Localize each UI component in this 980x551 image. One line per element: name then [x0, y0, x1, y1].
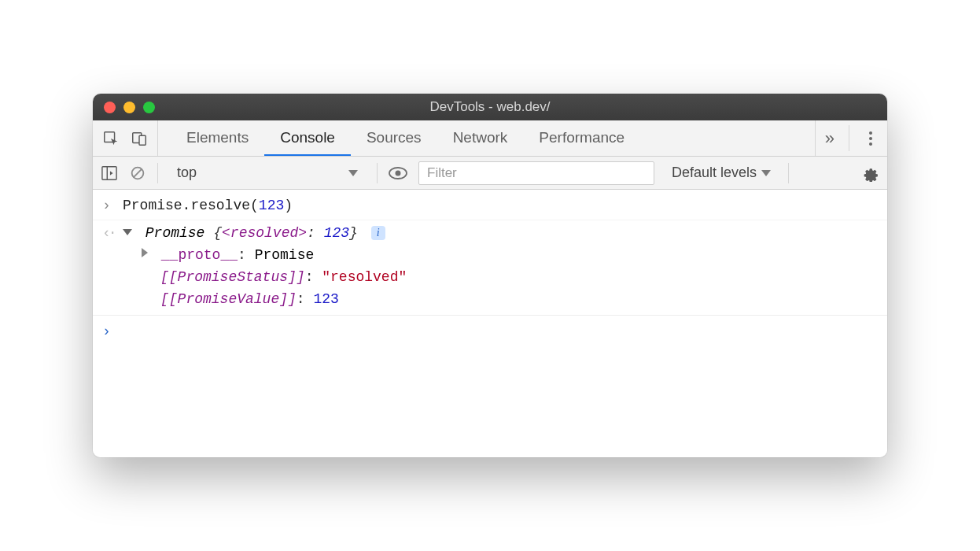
tab-console[interactable]: Console: [264, 120, 351, 156]
toolbar-separator: [788, 163, 789, 183]
object-status-label: <resolved>: [222, 225, 307, 241]
console-input-text: Promise.resolve(123): [123, 194, 878, 216]
devtools-tabbar: Elements Console Sources Network Perform…: [93, 120, 887, 157]
disclosure-triangle-down-icon[interactable]: [123, 229, 132, 235]
proto-label: __proto__: [161, 247, 238, 263]
promise-status-value: "resolved": [322, 269, 407, 285]
console-body: › Promise.resolve(123) ‹· Promise {<reso…: [93, 190, 887, 457]
tab-elements[interactable]: Elements: [171, 120, 264, 156]
inspect-toolgroup: [93, 120, 158, 156]
promise-value-value: 123: [313, 291, 338, 307]
clear-console-icon[interactable]: [129, 165, 146, 182]
window-title: DevTools - web.dev/: [93, 99, 887, 115]
svg-rect-3: [102, 166, 116, 179]
dropdown-caret-icon: [761, 170, 771, 176]
svg-line-7: [134, 168, 142, 176]
promise-value-label: [[PromiseValue]]: [160, 291, 297, 307]
execution-context-label: top: [177, 165, 197, 181]
proto-value: Promise: [255, 247, 315, 263]
console-sidebar-toggle-icon[interactable]: [101, 165, 118, 181]
promise-value-row: [[PromiseValue]]: 123: [123, 288, 878, 310]
result-prompt-icon: ‹·: [102, 222, 123, 244]
object-header[interactable]: Promise {<resolved>: 123} i: [123, 222, 878, 244]
log-levels-label: Default levels: [672, 165, 757, 181]
inspect-element-icon[interactable]: [102, 130, 120, 147]
dropdown-caret-icon: [348, 170, 358, 176]
device-toggle-icon[interactable]: [131, 130, 148, 147]
console-result-row: ‹· Promise {<resolved>: 123} i __proto__…: [93, 220, 887, 316]
minimize-window-button[interactable]: [123, 102, 135, 113]
console-result-content: Promise {<resolved>: 123} i __proto__: P…: [123, 222, 878, 310]
proto-row[interactable]: __proto__: Promise: [123, 244, 878, 266]
live-prompt-icon: ›: [102, 320, 123, 342]
console-toolbar: top Default levels: [93, 157, 887, 190]
object-class-name: Promise: [146, 225, 205, 241]
devtools-window: DevTools - web.dev/ Elements Console Sou…: [93, 94, 887, 457]
toolbar-separator: [377, 163, 378, 183]
execution-context-select[interactable]: top: [169, 165, 366, 181]
window-traffic-lights: [93, 102, 155, 113]
toolbar-separator: [157, 163, 158, 183]
zoom-window-button[interactable]: [143, 102, 155, 113]
tab-sources[interactable]: Sources: [351, 120, 437, 156]
devtools-menu-icon[interactable]: [864, 131, 878, 146]
console-input-row: › Promise.resolve(123): [93, 193, 887, 220]
console-settings-icon[interactable]: [862, 165, 879, 182]
tabbar-divider: [849, 125, 849, 151]
disclosure-triangle-right-icon[interactable]: [142, 248, 148, 257]
svg-rect-2: [139, 135, 146, 145]
window-titlebar: DevTools - web.dev/: [93, 94, 887, 120]
svg-point-9: [396, 170, 401, 176]
live-expression-icon[interactable]: [389, 166, 407, 180]
close-window-button[interactable]: [104, 102, 116, 113]
input-prompt-icon: ›: [102, 194, 123, 216]
object-info-icon[interactable]: i: [371, 226, 385, 240]
more-tabs-icon[interactable]: [825, 128, 834, 149]
tab-network[interactable]: Network: [437, 120, 524, 156]
object-header-value: 123: [324, 225, 349, 241]
console-live-prompt[interactable]: ›: [93, 319, 887, 344]
tab-performance[interactable]: Performance: [523, 120, 640, 156]
tabbar-overflow: [815, 120, 887, 156]
svg-marker-5: [110, 171, 113, 175]
log-levels-select[interactable]: Default levels: [665, 165, 777, 181]
promise-status-row: [[PromiseStatus]]: "resolved": [123, 266, 878, 288]
panel-tabs: Elements Console Sources Network Perform…: [158, 120, 815, 156]
promise-status-label: [[PromiseStatus]]: [160, 269, 305, 285]
console-filter-input[interactable]: [418, 161, 654, 185]
